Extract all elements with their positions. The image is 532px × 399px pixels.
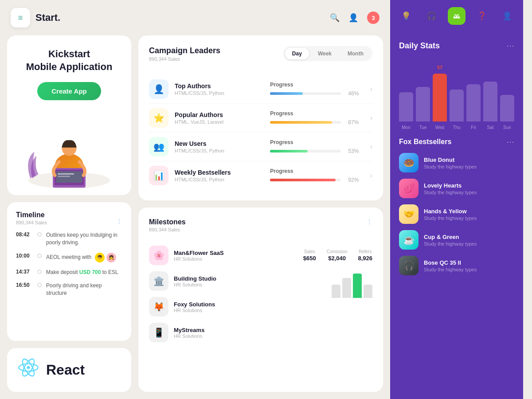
daily-stats-section: Daily Stats ⋯ 57 Mon Tue Wed Thu Fri xyxy=(390,32,523,137)
avatar-1: 👦 xyxy=(95,253,105,262)
fox-bestsellers-header: Fox Bestsellers ⋯ xyxy=(399,137,514,147)
right-panel: 💡 🎧 ❓ 👤 Daily Stats ⋯ 57 xyxy=(390,0,523,399)
foxy-solutions-icon: 🦊 xyxy=(149,297,168,317)
tab-day[interactable]: Day xyxy=(285,48,309,59)
header: ≡ Start. 🔍 👤 3 xyxy=(0,0,390,35)
kickstart-title: Kickstart Mobile Application xyxy=(16,48,122,73)
nav-icon-user[interactable]: 👤 xyxy=(498,7,516,25)
campaign-row-weekly-bestsellers: 📊 Weekly Bestsellers HTML/CSS/JS, Python… xyxy=(149,161,372,190)
nav-icon-fox[interactable] xyxy=(448,7,466,25)
campaign-row-popular-authors: ⭐ Popular Authors HTML, VueJS, Laravel P… xyxy=(149,104,372,133)
man-flower-stats: Sales $650 Comission $2,040 Refers 8,926 xyxy=(303,249,372,262)
search-icon[interactable]: 🔍 xyxy=(330,13,340,23)
bar-fri xyxy=(466,84,481,121)
man-flower-info: Man&Flower SaaS HR Solutions xyxy=(174,250,303,262)
bar-tue xyxy=(416,87,430,121)
svg-point-8 xyxy=(27,366,30,369)
row-arrow-1[interactable]: › xyxy=(370,85,372,93)
svg-point-14 xyxy=(458,14,459,16)
fox-bestsellers-menu[interactable]: ⋯ xyxy=(506,137,514,147)
mystreams-icon: 📱 xyxy=(149,323,168,342)
campaign-row-new-users: 👥 New Users HTML/CSS/JS, Python Progress… xyxy=(149,133,372,161)
react-card: React xyxy=(7,348,131,392)
daily-stats-menu[interactable]: ⋯ xyxy=(506,41,514,51)
milestones-lower: 🏛️ Building Studio HR Solutions 🦊 Foxy S… xyxy=(149,271,372,348)
campaign-card: Campaign Leaders 890,344 Sales Day Week … xyxy=(138,35,383,200)
milestones-card: Milestones 890,344 Sales ⋮ 🌸 Man&Flower … xyxy=(138,207,383,392)
timeline-item-1: 08:42 Outlines keep you Indulging in poo… xyxy=(16,231,122,246)
bar-chart: 57 xyxy=(399,68,514,121)
logo-box: ≡ xyxy=(11,8,30,27)
milestone-row-mystreams: 📱 MyStreams HR Solutions xyxy=(149,323,325,342)
milestones-title: Milestones xyxy=(149,218,186,226)
nav-icon-question[interactable]: ❓ xyxy=(473,7,491,25)
header-left: ≡ Start. xyxy=(11,8,60,27)
lovely-hearts-image: 💕 xyxy=(399,179,419,198)
tab-month[interactable]: Month xyxy=(340,48,371,59)
tab-week[interactable]: Week xyxy=(311,48,339,59)
notification-badge[interactable]: 3 xyxy=(367,12,379,24)
man-flower-icon: 🌸 xyxy=(149,246,168,265)
svg-rect-7 xyxy=(58,176,70,177)
svg-point-13 xyxy=(454,14,456,16)
react-logo-icon xyxy=(18,357,39,383)
logo-text: Start. xyxy=(35,12,60,23)
lovely-hearts-info: Lovely Hearts Study the highway types xyxy=(424,182,514,195)
cup-green-info: Cup & Green Study the highway types xyxy=(424,234,514,246)
popular-authors-progress: Progress 87% xyxy=(270,110,365,125)
create-app-button[interactable]: Create App xyxy=(37,82,101,100)
right-nav: 💡 🎧 ❓ 👤 xyxy=(390,0,523,32)
bestseller-hands-yellow: 🤝 Hands & Yellow Study the highway types xyxy=(399,204,514,224)
bestseller-cup-green: ☕ Cup & Green Study the highway types xyxy=(399,230,514,250)
new-users-progress: Progress 53% xyxy=(270,139,365,154)
bose-qc35-info: Bose QC 35 II Study the highway types xyxy=(424,259,514,272)
content: Kickstart Mobile Application Create App xyxy=(0,35,390,399)
svg-rect-6 xyxy=(58,173,74,175)
daily-stats-header: Daily Stats ⋯ xyxy=(399,41,514,51)
bose-qc35-image: 🎧 xyxy=(399,256,419,275)
new-users-info: New Users HTML/CSS/JS, Python xyxy=(175,140,270,153)
campaign-subtitle: 890,344 Sales xyxy=(149,56,220,62)
avatar-2: 👧 xyxy=(106,253,116,262)
milestones-subtitle: 890,344 Sales xyxy=(149,227,186,232)
blue-donut-info: Blue Donut Study the highway types xyxy=(424,156,514,169)
timeline-title: Timeline xyxy=(16,211,47,219)
weekly-bestsellers-progress: Progress 92% xyxy=(270,168,365,183)
bar-wed: 57 xyxy=(433,74,447,121)
popular-authors-info: Popular Authors HTML, VueJS, Laravel xyxy=(175,111,270,125)
weekly-bestsellers-icon: 📊 xyxy=(149,166,168,185)
hands-yellow-image: 🤝 xyxy=(399,204,419,224)
bestseller-blue-donut: 🍩 Blue Donut Study the highway types xyxy=(399,153,514,172)
new-users-icon: 👥 xyxy=(149,137,168,156)
nav-icon-headphones[interactable]: 🎧 xyxy=(422,7,440,25)
weekly-bestsellers-info: Weekly Bestsellers HTML/CSS/JS, Python xyxy=(175,169,270,182)
left-column: Kickstart Mobile Application Create App xyxy=(7,35,131,392)
fox-bestsellers-title: Fox Bestsellers xyxy=(399,138,451,146)
timeline-menu-icon[interactable]: ⋮ xyxy=(116,218,122,225)
react-label: React xyxy=(46,362,85,378)
kickstart-card: Kickstart Mobile Application Create App xyxy=(7,35,131,195)
row-arrow-3[interactable]: › xyxy=(370,143,372,151)
mystreams-info: MyStreams HR Solutions xyxy=(174,327,325,339)
bar-sat xyxy=(483,82,497,121)
blue-donut-image: 🍩 xyxy=(399,153,419,172)
milestones-menu-icon[interactable]: ⋮ xyxy=(366,218,372,225)
illustration xyxy=(16,107,122,195)
mini-bar-chart xyxy=(332,271,372,298)
top-authors-info: Top Authors HTML/CSS/JS, Python xyxy=(175,82,270,96)
logo-icon: ≡ xyxy=(18,13,23,23)
bestseller-bose-qc35: 🎧 Bose QC 35 II Study the highway types xyxy=(399,256,514,275)
milestones-header: Milestones 890,344 Sales ⋮ xyxy=(149,218,372,239)
campaign-row-top-authors: 👤 Top Authors HTML/CSS/JS, Python Progre… xyxy=(149,75,372,104)
top-authors-icon: 👤 xyxy=(149,79,168,99)
user-icon[interactable]: 👤 xyxy=(348,13,358,23)
bestseller-lovely-hearts: 💕 Lovely Hearts Study the highway types xyxy=(399,179,514,198)
period-tabs: Day Week Month xyxy=(283,46,372,61)
row-arrow-4[interactable]: › xyxy=(370,172,372,180)
bar-chart-container: 57 Mon Tue Wed Thu Fri Sat Sun xyxy=(399,58,514,137)
timeline-item-4: 16:50 Poorly driving and keep structure xyxy=(16,282,122,297)
row-arrow-2[interactable]: › xyxy=(370,114,372,122)
daily-stats-title: Daily Stats xyxy=(399,41,440,51)
nav-icon-bulb[interactable]: 💡 xyxy=(397,7,415,25)
timeline-subtitle: 890,344 Sales xyxy=(16,220,47,225)
